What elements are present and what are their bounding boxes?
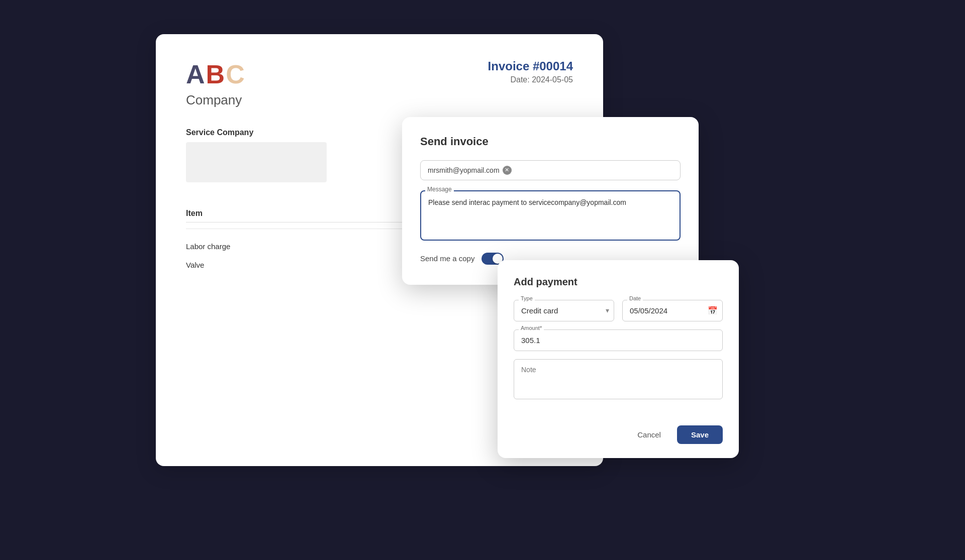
item-name-labor: Labor charge	[186, 242, 230, 251]
send-invoice-title: Send invoice	[420, 135, 681, 148]
email-tag: mrsmith@yopmail.com ✕	[428, 166, 512, 175]
date-label: Date	[627, 295, 643, 301]
add-payment-title: Add payment	[514, 276, 723, 288]
message-label: Message	[425, 186, 454, 193]
calendar-icon: 📅	[708, 306, 718, 315]
invoice-number: Invoice #00014	[488, 59, 573, 73]
send-invoice-modal: Send invoice mrsmith@yopmail.com ✕ Messa…	[402, 117, 699, 285]
add-payment-modal: Add payment Type Credit card Cash Cheque…	[498, 260, 739, 458]
send-me-copy-label: Send me a copy	[420, 254, 474, 263]
invoice-title-block: Invoice #00014 Date: 2024-05-05	[488, 59, 573, 84]
note-field	[514, 359, 723, 413]
invoice-date: Date: 2024-05-05	[488, 75, 573, 84]
company-name: Company	[186, 92, 246, 108]
message-textarea[interactable]: Please send interac payment to serviceco…	[420, 190, 681, 241]
type-date-row: Type Credit card Cash Cheque E-Transfer …	[514, 300, 723, 321]
logo-letter-a: A	[186, 60, 206, 89]
from-address-placeholder	[186, 142, 327, 182]
date-field: Date 📅	[622, 300, 723, 321]
from-label: Service Company	[186, 128, 327, 137]
note-textarea[interactable]	[514, 359, 723, 399]
logo-letter-c: C	[226, 60, 246, 89]
col-header-item: Item	[186, 209, 203, 218]
save-button[interactable]: Save	[677, 425, 723, 444]
email-tag-text: mrsmith@yopmail.com	[428, 166, 500, 174]
amount-field: Amount*	[514, 329, 723, 351]
type-select[interactable]: Credit card Cash Cheque E-Transfer	[514, 300, 614, 321]
email-tag-remove-button[interactable]: ✕	[503, 166, 512, 175]
amount-input[interactable]	[514, 329, 723, 351]
logo-block: ABC Company	[186, 59, 246, 108]
modal-actions: Cancel Save	[514, 425, 723, 444]
logo-letter-b: B	[206, 60, 226, 89]
message-field-wrapper: Message Please send interac payment to s…	[420, 190, 681, 243]
item-name-valve: Valve	[186, 261, 204, 269]
cancel-button[interactable]: Cancel	[627, 425, 671, 444]
type-field: Type Credit card Cash Cheque E-Transfer …	[514, 300, 614, 321]
email-recipients-input[interactable]: mrsmith@yopmail.com ✕	[420, 160, 681, 180]
type-label: Type	[519, 295, 535, 301]
amount-label: Amount*	[519, 325, 544, 331]
